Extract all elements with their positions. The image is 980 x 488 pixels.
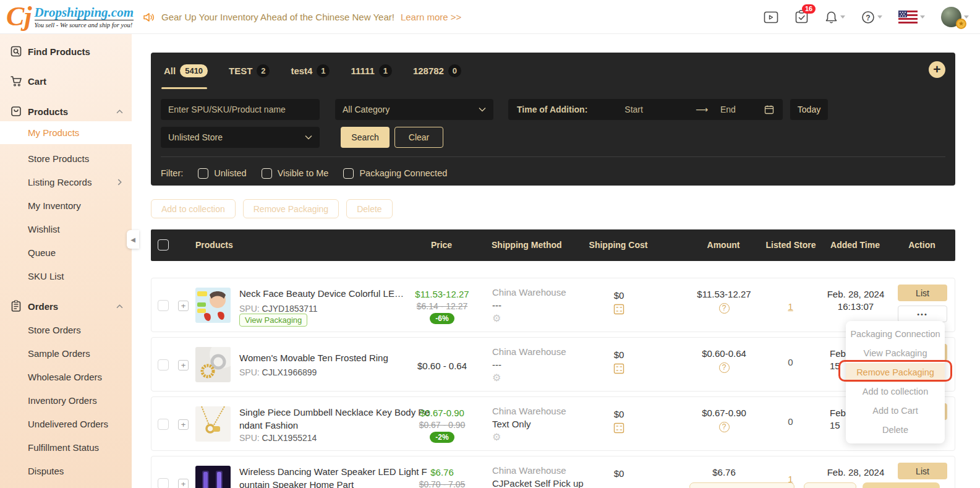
tasks-button[interactable]: 16 xyxy=(795,10,809,24)
product-title[interactable]: Women's Movable Ten Frosted Ring xyxy=(239,351,432,364)
sidebar-item-find-products[interactable]: Find Products xyxy=(0,41,132,62)
sidebar-item-orders[interactable]: Orders xyxy=(0,296,132,317)
brand-logo[interactable]: Cj Dropshipping.com You sell - We source… xyxy=(6,2,134,32)
sidebar-item-store-products[interactable]: Store Products xyxy=(0,148,132,169)
amount-help-icon[interactable]: ? xyxy=(719,303,730,314)
expand-button[interactable]: + xyxy=(178,301,189,311)
more-actions-button[interactable]: ••• xyxy=(898,306,947,322)
sidebar-item-wholesale-orders[interactable]: Wholesale Orders xyxy=(0,366,132,387)
tab-all[interactable]: All 5410 xyxy=(164,64,208,77)
row-checkbox[interactable] xyxy=(158,300,169,311)
tab-test[interactable]: TEST 2 xyxy=(229,64,270,77)
bulk-delete-button[interactable]: Delete xyxy=(346,199,392,218)
notifications-button[interactable] xyxy=(825,11,845,24)
gear-icon[interactable]: ⚙ xyxy=(492,372,597,383)
amount-help-icon[interactable]: ? xyxy=(719,362,730,373)
tab-count-badge: 5410 xyxy=(180,64,208,77)
product-image[interactable] xyxy=(195,288,231,323)
sidebar-item-wishlist[interactable]: Wishlist xyxy=(0,218,132,239)
product-title[interactable]: Neck Face Beauty Device Colorful LE… xyxy=(239,287,432,300)
category-select[interactable]: All Category xyxy=(335,99,493,120)
discount-badge: -6% xyxy=(430,313,454,324)
sidebar-item-listing-records[interactable]: Listing Records xyxy=(0,171,132,192)
amount-help-icon[interactable]: ? xyxy=(719,422,730,432)
sidebar-item-disputes[interactable]: Disputes xyxy=(0,460,132,481)
column-amount: Amount xyxy=(686,229,761,261)
row-checkbox[interactable] xyxy=(158,478,169,488)
today-button[interactable]: Today xyxy=(790,99,828,120)
sidebar-collapse-handle[interactable]: ◀ xyxy=(127,230,139,249)
view-packaging-badge[interactable]: View Packaging xyxy=(239,314,307,327)
gear-icon[interactable]: ⚙ xyxy=(492,431,597,443)
video-tutorials-button[interactable] xyxy=(764,11,778,24)
sidebar-item-inventory-orders[interactable]: Inventory Orders xyxy=(0,390,132,411)
calculator-icon[interactable] xyxy=(613,363,624,374)
unlisted-checkbox[interactable] xyxy=(198,168,208,179)
select-all-checkbox[interactable] xyxy=(158,239,169,250)
menu-item-delete[interactable]: Delete xyxy=(846,421,945,440)
row-checkbox[interactable] xyxy=(158,359,169,370)
search-button[interactable]: Search xyxy=(341,127,390,148)
list-button[interactable]: List xyxy=(898,463,947,479)
filter-unlisted[interactable]: Unlisted xyxy=(198,168,246,179)
expand-button[interactable]: + xyxy=(178,360,189,370)
filter-visible-to-me[interactable]: Visible to Me xyxy=(262,168,329,179)
product-title[interactable]: Single Piece Dumbbell Necklace Key Body … xyxy=(239,406,432,432)
product-title[interactable]: Wireless Dancing Water Speaker LED Light… xyxy=(239,465,432,488)
store-select[interactable]: Unlisted Store xyxy=(161,127,320,148)
column-shipping-cost: Shipping Cost xyxy=(584,229,652,261)
sidebar-item-cart[interactable]: Cart xyxy=(0,71,132,92)
expand-button[interactable]: + xyxy=(178,479,189,488)
list-button[interactable]: List xyxy=(898,285,947,301)
sidebar-item-my-inventory[interactable]: My Inventory xyxy=(0,195,132,216)
tab-count-badge: 0 xyxy=(448,64,461,77)
gear-icon[interactable]: ⚙ xyxy=(492,312,597,324)
product-image[interactable] xyxy=(195,466,231,488)
row-checkbox[interactable] xyxy=(158,419,169,430)
sidebar-item-fulfillment-status[interactable]: Fulfillment Status xyxy=(0,437,132,458)
product-image[interactable] xyxy=(195,406,231,442)
spu-search-input[interactable] xyxy=(161,99,320,120)
sidebar-item-undelivered-orders[interactable]: Undelivered Orders xyxy=(0,413,132,434)
tab-test4[interactable]: test4 1 xyxy=(291,64,330,77)
shipping-method-cell: China Warehouse --- ⚙ xyxy=(492,287,597,324)
listed-store-link[interactable]: 1 xyxy=(788,301,793,312)
bulk-add-to-collection-button[interactable]: Add to collection xyxy=(151,199,236,218)
column-action: Action xyxy=(897,229,947,261)
tab-11111[interactable]: 11111 1 xyxy=(351,64,391,77)
column-shipping-method: Shipping Method xyxy=(492,229,562,261)
calculator-icon[interactable] xyxy=(613,304,624,315)
sidebar-item-queue[interactable]: Queue xyxy=(0,242,132,263)
product-image[interactable] xyxy=(195,347,231,382)
menu-item-add-to-collection[interactable]: Add to collection xyxy=(846,382,945,401)
find-products-icon xyxy=(10,45,22,58)
time-of-addition-range[interactable]: Time of Addition: Start ⟶ End xyxy=(508,99,783,120)
filter-packaging-connected[interactable]: Packaging Connected xyxy=(343,168,447,179)
sidebar-item-sample-orders[interactable]: Sample Orders xyxy=(0,343,132,364)
expand-button[interactable]: + xyxy=(178,419,189,430)
clear-button[interactable]: Clear xyxy=(394,127,443,148)
sidebar-item-my-products[interactable]: My Products xyxy=(0,121,132,144)
start-date-placeholder[interactable]: Start xyxy=(624,105,643,114)
product-spu: SPU: CJLX1955214 xyxy=(239,433,317,443)
bulk-remove-packaging-button[interactable]: Remove Packaging xyxy=(243,199,339,218)
packaging-connected-checkbox[interactable] xyxy=(343,168,354,179)
menu-item-remove-packaging[interactable]: Remove Packaging xyxy=(846,363,945,382)
calculator-icon[interactable] xyxy=(613,422,624,434)
tab-128782[interactable]: 128782 0 xyxy=(413,64,461,77)
table-row: + Neck Face Beauty Device Colorful LE… S… xyxy=(151,278,955,332)
sidebar-item-store-orders[interactable]: Store Orders xyxy=(0,319,132,340)
menu-item-packaging-connection[interactable]: Packaging Connection xyxy=(846,325,945,344)
account-menu[interactable]: ★ xyxy=(941,7,969,27)
help-button[interactable]: ? xyxy=(861,11,882,24)
end-date-placeholder[interactable]: End xyxy=(720,105,736,114)
menu-item-add-to-cart[interactable]: Add to Cart xyxy=(846,401,945,421)
add-collection-button[interactable]: + xyxy=(929,61,945,78)
announcement-link[interactable]: Learn more >> xyxy=(401,12,461,22)
language-selector[interactable] xyxy=(898,11,925,24)
visible-to-me-checkbox[interactable] xyxy=(262,168,272,179)
menu-item-view-packaging[interactable]: View Packaging xyxy=(846,344,945,363)
sidebar: Find Products Cart Products My Products … xyxy=(0,34,132,488)
sidebar-item-sku-list[interactable]: SKU List xyxy=(0,265,132,286)
sidebar-item-products[interactable]: Products xyxy=(0,101,132,122)
